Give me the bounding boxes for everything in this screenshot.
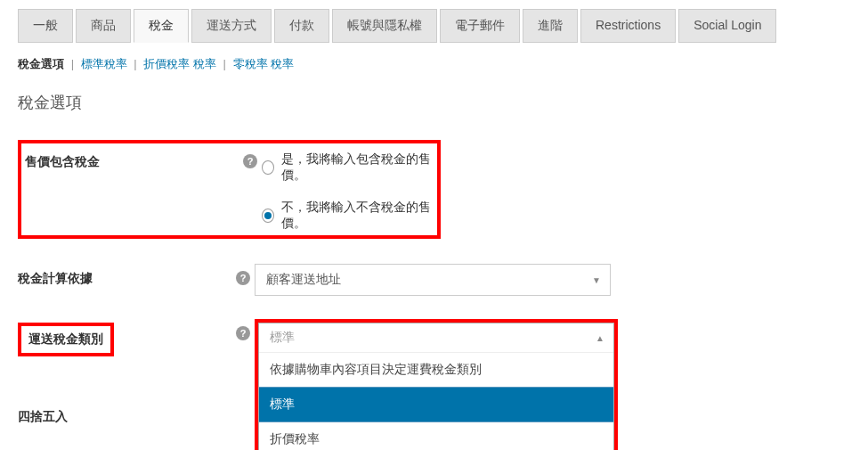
dropdown-option[interactable]: 依據購物車內容項目決定運費稅金類別 xyxy=(259,353,613,387)
dropdown-option[interactable]: 折價稅率 xyxy=(259,422,613,450)
tab-accounts[interactable]: 帳號與隱私權 xyxy=(332,9,437,43)
radio-tax-no[interactable]: 不，我將輸入不含稅金的售價。 xyxy=(262,200,434,232)
tab-tax[interactable]: 稅金 xyxy=(134,9,189,43)
select-value: 顧客運送地址 xyxy=(266,272,341,286)
subsection-reduced-rate[interactable]: 折價稅率 稅率 xyxy=(143,57,216,70)
label-calc-basis: 稅金計算依據 xyxy=(18,264,231,287)
tab-advanced[interactable]: 進階 xyxy=(523,9,578,43)
subsection-zero-rate[interactable]: 零稅率 稅率 xyxy=(233,57,295,70)
radio-label-yes: 是，我將輸入包含稅金的售價。 xyxy=(281,151,434,184)
settings-tabs: 一般 商品 稅金 運送方式 付款 帳號與隱私權 電子郵件 進階 Restrict… xyxy=(18,9,850,43)
label-price-with-tax: 售價包含稅金 xyxy=(25,147,239,170)
chevron-up-icon: ▲ xyxy=(596,333,604,343)
select-shipping-tax-class[interactable]: 標準 ▲ 依據購物車內容項目決定運費稅金類別 標準 折價稅率 零稅率 xyxy=(258,323,614,450)
tax-subsections: 稅金選項 | 標準稅率 | 折價稅率 稅率 | 零稅率 稅率 xyxy=(18,56,850,72)
tab-emails[interactable]: 電子郵件 xyxy=(440,9,520,43)
label-shipping-tax-class: 運送稅金類別 xyxy=(18,323,114,356)
tab-social-login[interactable]: Social Login xyxy=(678,9,776,43)
tab-payments[interactable]: 付款 xyxy=(274,9,329,43)
dropdown-option-selected[interactable]: 標準 xyxy=(259,387,613,422)
help-icon[interactable]: ? xyxy=(236,326,250,340)
tab-restrictions[interactable]: Restrictions xyxy=(580,9,676,43)
tab-products[interactable]: 商品 xyxy=(76,9,131,43)
select-current-value: 標準 xyxy=(270,330,295,344)
tab-general[interactable]: 一般 xyxy=(18,9,73,43)
help-icon[interactable]: ? xyxy=(236,271,250,285)
subsection-standard-rate[interactable]: 標準稅率 xyxy=(81,57,127,70)
help-icon[interactable]: ? xyxy=(243,154,257,168)
subsection-current: 稅金選項 xyxy=(18,57,64,70)
select-calc-basis[interactable]: 顧客運送地址 ▼ xyxy=(255,264,611,296)
radio-label-no: 不，我將輸入不含稅金的售價。 xyxy=(281,200,434,232)
section-title: 稅金選項 xyxy=(18,92,850,113)
tab-shipping[interactable]: 運送方式 xyxy=(191,9,272,43)
radio-icon xyxy=(262,209,274,223)
radio-icon xyxy=(262,160,274,175)
chevron-down-icon: ▼ xyxy=(592,275,601,285)
dropdown-options: 依據購物車內容項目決定運費稅金類別 標準 折價稅率 零稅率 xyxy=(259,352,613,450)
radio-tax-yes[interactable]: 是，我將輸入包含稅金的售價。 xyxy=(262,151,434,184)
